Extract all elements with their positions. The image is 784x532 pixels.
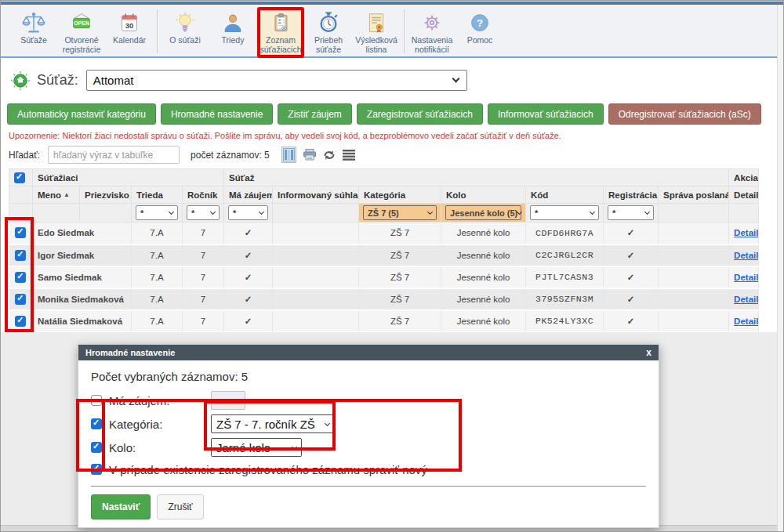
- group-header-participants: Súťažiaci: [33, 169, 224, 186]
- selected-count-text: Počet vybraných záznamov: 5: [91, 370, 646, 383]
- ma-zaujem-label: Má záujem:: [109, 394, 211, 407]
- close-icon[interactable]: x: [646, 347, 652, 358]
- chevron-down-icon: [210, 209, 216, 215]
- list-view-icon[interactable]: [343, 150, 355, 161]
- participant-name: Edo Siedmak: [33, 223, 132, 244]
- detail-link[interactable]: Detail: [734, 295, 758, 304]
- kolo-checkbox[interactable]: [91, 442, 102, 453]
- toolbar-item-sutaze[interactable]: Súťaže: [10, 7, 57, 49]
- row-checkbox[interactable]: [15, 294, 26, 305]
- column-header-ma-zaujem[interactable]: Má záujem: [224, 186, 273, 204]
- toolbar-item-vysledkova-listina[interactable]: Výsledková listina: [353, 7, 400, 58]
- toolbar-item-label: Súťaže: [20, 36, 47, 45]
- interest-check-icon: ✓: [224, 223, 273, 244]
- refresh-icon[interactable]: [323, 150, 336, 161]
- row-checkbox[interactable]: [15, 272, 26, 283]
- detail-link[interactable]: Detail: [734, 228, 758, 237]
- competition-select[interactable]: Attomat: [86, 70, 467, 91]
- participant-code: CDFD6HRG7A: [526, 223, 604, 244]
- row-checkbox[interactable]: [15, 250, 26, 261]
- registration-check-icon: ✓: [604, 266, 659, 288]
- chevron-down-icon: [590, 209, 595, 215]
- column-header-informovany-suhlas[interactable]: Informovaný súhlas: [273, 186, 359, 204]
- table-row: Monika Siedmaková 7.A 7 ✓ ZŠ 7 Jesenné k…: [9, 288, 759, 310]
- column-header-registracia[interactable]: Registrácia: [604, 186, 659, 204]
- gear-icon: [419, 10, 445, 36]
- toolbar-item-kalendar[interactable]: 30 Kalendár: [106, 7, 153, 49]
- competition-selected-value: Attomat: [93, 74, 134, 87]
- table-filter-row: * * * ZŠ 7 (5) Jesenné kolo (5) * *: [9, 204, 759, 223]
- search-input[interactable]: [48, 146, 180, 164]
- registration-check-icon: ✓: [604, 223, 659, 244]
- column-header-meno[interactable]: Meno▲: [33, 186, 80, 204]
- toolbar-item-otvorene-registracie[interactable]: OPEN Otvorené registrácie: [58, 7, 105, 58]
- kolo-filter-select[interactable]: Jesenné kolo (5): [445, 205, 521, 220]
- column-header-priezvisko[interactable]: Priezvisko▲: [80, 186, 132, 204]
- toolbar-separator: [157, 9, 158, 53]
- column-header-kolo[interactable]: Kolo: [441, 186, 526, 204]
- column-header-kod[interactable]: Kód: [526, 186, 604, 204]
- set-button[interactable]: Nastaviť: [91, 494, 151, 519]
- record-count: počet záznamov: 5: [191, 150, 270, 161]
- column-header-kategoria[interactable]: Kategória: [359, 186, 441, 204]
- toolbar-item-label: Triedy: [222, 36, 245, 45]
- group-header-competition: Súťaž: [224, 169, 729, 186]
- kategoria-filter-select[interactable]: ZŠ 7 (5): [363, 205, 437, 220]
- toolbar-item-pomoc[interactable]: ? Pomoc: [456, 7, 503, 49]
- participant-name: Samo Siedmak: [33, 266, 132, 288]
- column-header-rocnik[interactable]: Ročník: [183, 186, 224, 204]
- select-all-checkbox[interactable]: [14, 172, 25, 183]
- registration-check-icon: ✓: [604, 310, 659, 332]
- detail-link[interactable]: Detail: [734, 251, 758, 260]
- column-header-sprava-poslana[interactable]: Správa poslaná: [659, 186, 729, 204]
- certificate-icon: [364, 10, 389, 36]
- print-icon[interactable]: [303, 149, 316, 161]
- toolbar-item-label: Pomoc: [467, 36, 493, 45]
- table-row: Samo Siedmak 7.A 7 ✓ ZŠ 7 Jesenné kolo P…: [9, 266, 759, 288]
- column-header-trieda[interactable]: Trieda: [132, 186, 183, 204]
- ma-zaujem-filter-select[interactable]: *: [228, 205, 268, 220]
- kategoria-checkbox[interactable]: [91, 418, 102, 429]
- new-record-checkbox[interactable]: [91, 464, 102, 475]
- chevron-down-icon: [517, 209, 522, 215]
- toolbar-item-triedy[interactable]: Triedy: [209, 7, 256, 49]
- register-participants-button[interactable]: Zaregistrovať súťažiacich: [357, 103, 483, 125]
- cancel-button[interactable]: Zrušiť: [157, 494, 203, 519]
- trieda-filter-select[interactable]: *: [136, 205, 178, 220]
- registracia-filter-select[interactable]: *: [608, 205, 654, 220]
- row-checkbox[interactable]: [15, 316, 26, 327]
- find-interest-button[interactable]: Zistiť záujem: [278, 103, 352, 125]
- interest-check-icon: ✓: [224, 310, 273, 332]
- columns-icon[interactable]: [281, 147, 296, 163]
- main-toolbar: Súťaže OPEN Otvorené registrácie 30 Kale…: [1, 5, 783, 58]
- toolbar-item-nastavenia-notifikacii[interactable]: Nastavenia notifikácií: [408, 7, 456, 58]
- registration-check-icon: ✓: [604, 288, 659, 310]
- detail-link[interactable]: Detail: [734, 317, 758, 326]
- new-record-label: V prípade existencie zaregistrovaného zá…: [109, 463, 427, 476]
- svg-text:?: ?: [477, 16, 483, 28]
- table-group-header-row: Súťažiaci Súťaž Akcia: [9, 169, 759, 186]
- rocnik-filter-select[interactable]: *: [187, 205, 220, 220]
- table-row: Igor Siedmak 7.A 7 ✓ ZŠ 7 Jesenné kolo C…: [9, 244, 759, 266]
- auto-category-button[interactable]: Automaticky nastaviť kategóriu: [7, 103, 156, 125]
- ma-zaujem-checkbox[interactable]: [91, 395, 102, 406]
- toolbar-item-zoznam-sutaziacich[interactable]: Zoznam súťažiacich: [257, 7, 304, 58]
- kolo-select[interactable]: Jarné kolo: [211, 438, 302, 457]
- toolbar-item-label: Otvorené registrácie: [61, 36, 102, 55]
- action-button-row: Automaticky nastaviť kategóriu Hromadné …: [1, 103, 783, 125]
- toolbar-item-o-sutazi[interactable]: O súťaži: [162, 7, 209, 49]
- new-record-row: V prípade existencie zaregistrovaného zá…: [91, 461, 646, 477]
- kod-filter-select[interactable]: *: [530, 205, 599, 220]
- scrollbar[interactable]: [777, 5, 783, 531]
- search-row: Hľadať: počet záznamov: 5: [1, 142, 783, 164]
- row-checkbox[interactable]: [15, 227, 26, 238]
- kategoria-select[interactable]: ZŠ 7 - 7. ročník ZŠ: [211, 414, 335, 433]
- chevron-down-icon: [292, 443, 297, 449]
- unregister-participants-button[interactable]: Odregistrovať súťažiacich (aSc): [608, 103, 761, 125]
- inform-participants-button[interactable]: Informovať súťažiacich: [488, 103, 604, 125]
- toolbar-item-priebeh-sutaze[interactable]: Priebeh súťaže: [305, 7, 352, 58]
- detail-link[interactable]: Detail: [734, 273, 758, 282]
- open-sign-icon: OPEN: [69, 10, 94, 36]
- bulk-settings-button[interactable]: Hromadné nastavenie: [161, 103, 273, 125]
- ma-zaujem-select[interactable]: [211, 391, 245, 410]
